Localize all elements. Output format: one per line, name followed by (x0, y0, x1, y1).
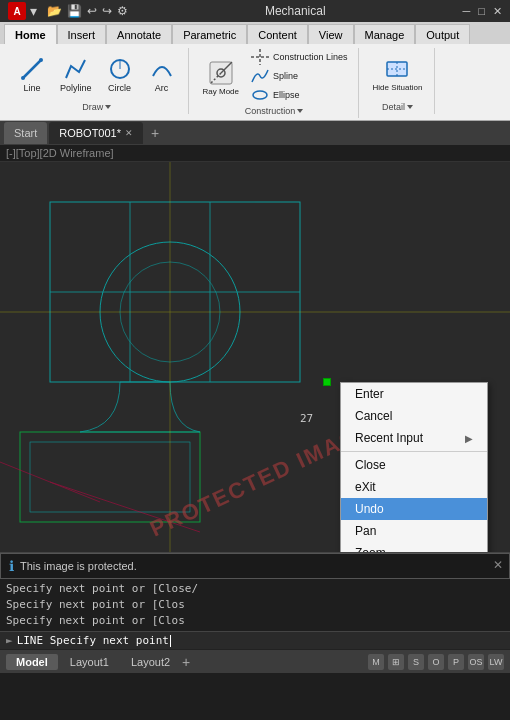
ctx-cancel[interactable]: Cancel (341, 405, 487, 427)
view-label-text: [-][Top][2D Wireframe] (6, 147, 114, 159)
bottom-tab-layout2[interactable]: Layout2 (121, 654, 180, 670)
recent-input-arrow: ▶ (465, 433, 473, 444)
ortho-icon[interactable]: O (428, 654, 444, 670)
tab-bar: Start ROBOT001* ✕ + (0, 121, 510, 145)
polar-icon[interactable]: P (448, 654, 464, 670)
draw-group-label[interactable]: Draw (82, 102, 111, 112)
ray-mode-label: Ray Mode (203, 87, 239, 97)
svg-point-1 (21, 76, 25, 80)
cmd-line-1: Specify next point or [Close/ (6, 581, 504, 597)
spline-icon (251, 68, 269, 84)
hide-situation-button[interactable]: Hide Situation (367, 48, 429, 100)
menu-icon[interactable]: ▾ (30, 3, 37, 19)
circle-icon (106, 55, 134, 83)
tab-home[interactable]: Home (4, 24, 57, 44)
context-menu: Enter Cancel Recent Input ▶ Close eXit U… (340, 382, 488, 552)
ribbon-group-detail: Hide Situation Detail (361, 48, 436, 114)
tab-insert[interactable]: Insert (57, 24, 107, 44)
settings-icon[interactable]: ⚙ (117, 4, 128, 18)
bottom-tab-layout1[interactable]: Layout1 (60, 654, 119, 670)
robot-tab-label: ROBOT001* (59, 127, 121, 139)
construction-lines-icon (251, 49, 269, 65)
new-tab-button[interactable]: + (145, 125, 165, 141)
ribbon-group-draw: Line Polyline (6, 48, 189, 114)
command-lines: Specify next point or [Close/ Specify ne… (0, 579, 510, 631)
robot-tab-close[interactable]: ✕ (125, 129, 133, 138)
protected-notice-close[interactable]: ✕ (493, 558, 503, 572)
redo-icon[interactable]: ↪ (102, 4, 112, 18)
detail-group-label[interactable]: Detail (382, 102, 413, 112)
polyline-button[interactable]: Polyline (54, 48, 98, 100)
bottom-tab-model[interactable]: Model (6, 654, 58, 670)
construction-lines-button[interactable]: Construction Lines (247, 48, 352, 66)
window-controls: ─ □ ✕ (463, 5, 502, 18)
tab-parametric[interactable]: Parametric (172, 24, 247, 44)
snap-indicator (323, 378, 331, 386)
ribbon-group-construction: Ray Mode Construction Lines (191, 48, 359, 118)
ctx-recent-input[interactable]: Recent Input ▶ (341, 427, 487, 449)
coord-value: 27 (300, 412, 313, 425)
detail-buttons: Hide Situation (367, 48, 429, 100)
snap-icon[interactable]: S (408, 654, 424, 670)
svg-point-11 (253, 91, 267, 99)
ray-mode-button[interactable]: Ray Mode (197, 52, 245, 104)
circle-label: Circle (108, 83, 131, 93)
tab-view[interactable]: View (308, 24, 354, 44)
ctx-exit[interactable]: eXit (341, 476, 487, 498)
ctx-close[interactable]: Close (341, 454, 487, 476)
svg-point-2 (39, 58, 43, 62)
detail-group-chevron (407, 105, 413, 109)
bottom-bar: Model Layout1 Layout2 + M ⊞ S O P OS LW (0, 649, 510, 673)
coord-display: 27 (300, 412, 313, 425)
open-icon[interactable]: 📂 (47, 4, 62, 18)
new-layout-button[interactable]: + (182, 654, 190, 670)
maximize-icon[interactable]: □ (478, 5, 485, 18)
line-button[interactable]: Line (12, 48, 52, 100)
arc-label: Arc (155, 83, 169, 93)
tab-content[interactable]: Content (247, 24, 308, 44)
cursor-blink (170, 635, 171, 647)
construction-lines-label: Construction Lines (273, 52, 348, 62)
cmd-line-3: Specify next point or [Clos (6, 613, 504, 629)
ctx-zoom[interactable]: Zoom (341, 542, 487, 552)
canvas-area[interactable]: thaco.ir thaco.ir thaco.ir thaco.ir (0, 162, 510, 552)
ellipse-icon (251, 87, 269, 103)
model-status-icon[interactable]: M (368, 654, 384, 670)
undo-icon[interactable]: ↩ (87, 4, 97, 18)
ribbon: Home Insert Annotate Parametric Content … (0, 22, 510, 121)
command-input-line: ► LINE Specify next point (0, 631, 510, 649)
tab-annotate[interactable]: Annotate (106, 24, 172, 44)
spline-label: Spline (273, 71, 298, 81)
osnap-icon[interactable]: OS (468, 654, 484, 670)
ctx-enter[interactable]: Enter (341, 383, 487, 405)
construction-buttons: Ray Mode Construction Lines (197, 48, 352, 104)
draw-tab-start[interactable]: Start (4, 122, 47, 144)
construction-group-chevron (297, 109, 303, 113)
ellipse-label: Ellipse (273, 90, 300, 100)
ctx-separator-1 (341, 451, 487, 452)
app-logo[interactable]: A (8, 2, 26, 20)
extra-draw-btn1[interactable]: Spline (247, 67, 352, 85)
svg-line-0 (23, 60, 41, 78)
save-icon[interactable]: 💾 (67, 4, 82, 18)
extra-draw-btn2[interactable]: Ellipse (247, 86, 352, 104)
arc-icon (148, 55, 176, 83)
ribbon-tabs: Home Insert Annotate Parametric Content … (0, 22, 510, 44)
minimize-icon[interactable]: ─ (463, 5, 471, 18)
ctx-pan[interactable]: Pan (341, 520, 487, 542)
grid-icon[interactable]: ⊞ (388, 654, 404, 670)
title-text: Mechanical (265, 4, 326, 18)
info-icon: ℹ (9, 558, 14, 574)
tab-manage[interactable]: Manage (354, 24, 416, 44)
status-area: ℹ This image is protected. ✕ Specify nex… (0, 552, 510, 649)
close-icon[interactable]: ✕ (493, 5, 502, 18)
tab-output[interactable]: Output (415, 24, 470, 44)
draw-tab-robot[interactable]: ROBOT001* ✕ (49, 122, 143, 144)
circle-button[interactable]: Circle (100, 48, 140, 100)
lineweight-icon[interactable]: LW (488, 654, 504, 670)
arc-button[interactable]: Arc (142, 48, 182, 100)
hide-situation-label: Hide Situation (373, 83, 423, 93)
construction-group-label[interactable]: Construction (245, 106, 304, 116)
protected-notice: ℹ This image is protected. ✕ (0, 553, 510, 579)
ctx-undo[interactable]: Undo (341, 498, 487, 520)
